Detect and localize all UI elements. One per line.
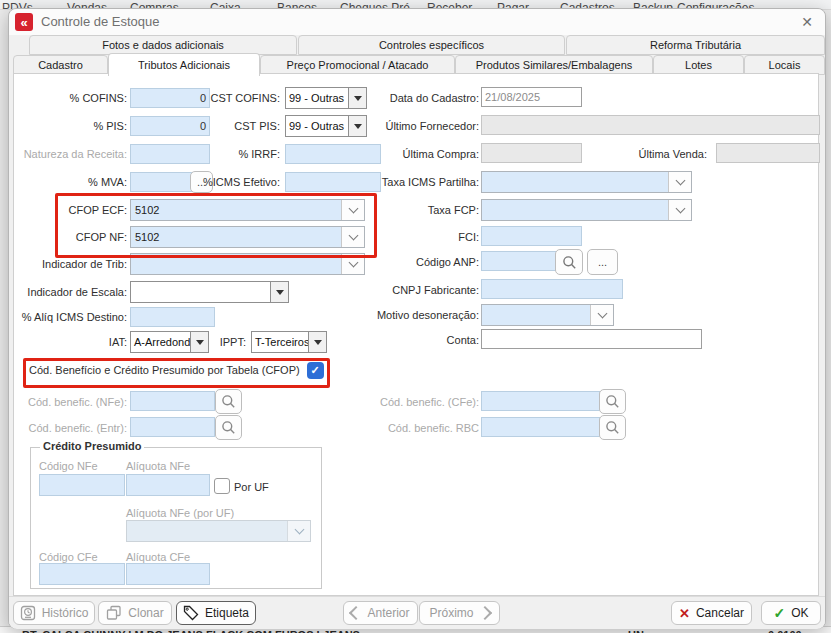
taxa-fcp-label: Taxa FCP:: [336, 200, 479, 220]
cfop-nf-select[interactable]: 5102: [130, 226, 365, 248]
cst-cofins-label: CST COFINS:: [202, 88, 280, 108]
chevron-down-icon[interactable]: [590, 305, 613, 325]
conta-input[interactable]: [481, 329, 702, 349]
tab-lotes[interactable]: Lotes: [653, 55, 744, 75]
tab-reforma-tributaria[interactable]: Reforma Tributária: [566, 35, 825, 55]
search-icon: [221, 420, 236, 435]
codigo-anp-input[interactable]: [481, 251, 558, 271]
cod-benefic-entr-input[interactable]: [130, 417, 215, 437]
ok-check-icon: ✓: [773, 605, 785, 621]
close-icon[interactable]: ✕: [801, 9, 813, 35]
ultima-venda-input: [716, 143, 820, 163]
ultimo-fornecedor-label: Último Fornecedor:: [336, 116, 479, 136]
indicador-trib-select[interactable]: [130, 253, 365, 275]
tributos-adicionais-panel: % COFINS: 0 CST COFINS: 99 - Outras Data…: [13, 73, 819, 596]
cod-benefic-cfe-search-button[interactable]: [599, 389, 626, 414]
mva-input[interactable]: [130, 172, 193, 192]
data-cadastro-input[interactable]: 21/08/2025: [481, 87, 582, 107]
anterior-button[interactable]: Anterior: [343, 601, 418, 625]
cst-pis-label: CST PIS:: [202, 116, 280, 136]
fci-label: FCI:: [336, 227, 479, 247]
por-uf-checkbox[interactable]: [214, 478, 230, 494]
historico-button[interactable]: Histórico: [13, 601, 95, 625]
clonar-button[interactable]: Clonar: [98, 601, 172, 625]
anterior-label: Anterior: [367, 606, 409, 620]
cod-benefic-nfe-input[interactable]: [130, 391, 215, 411]
tab-label: Fotos e dados adicionais: [102, 39, 224, 51]
check-icon: ✓: [311, 364, 320, 377]
tab-label: Produtos Similares/Embalagens: [476, 59, 633, 71]
dropdown-arrow-icon[interactable]: [270, 282, 288, 302]
aliq-icms-destino-input[interactable]: [130, 307, 215, 327]
cod-benefic-rbc-search-button[interactable]: [599, 415, 626, 440]
ok-label: OK: [791, 606, 808, 620]
indicador-escala-select[interactable]: [130, 281, 289, 303]
aliquota-nfe-input[interactable]: [126, 474, 210, 496]
aliquota-nfe-label: Alíquota NFe: [126, 456, 226, 476]
iat-select[interactable]: A-Arredonda: [130, 331, 209, 353]
dialog-title: Controle de Estoque: [41, 9, 160, 35]
cod-benefic-nfe-label: Cód. benefic. (NFe):: [14, 392, 127, 412]
pis-input[interactable]: 0: [130, 116, 210, 136]
tab-produtos-similares[interactable]: Produtos Similares/Embalagens: [455, 55, 653, 75]
tab-label: Controles específicos: [379, 39, 484, 51]
titlebar[interactable]: « Controle de Estoque ✕: [9, 9, 825, 35]
tab-preco-promocional[interactable]: Preço Promocional / Atacado: [260, 55, 455, 75]
dropdown-arrow-icon[interactable]: [308, 332, 326, 352]
clone-icon: [106, 605, 122, 621]
motivo-desoneracao-label: Motivo desoneração:: [336, 305, 479, 325]
tab-locais[interactable]: Locais: [744, 55, 825, 75]
ok-button[interactable]: ✓ OK: [761, 601, 821, 625]
codigo-nfe-input[interactable]: [39, 474, 125, 496]
search-icon: [562, 255, 577, 270]
cfop-ecf-select[interactable]: 5102: [130, 199, 365, 221]
tab-cadastro[interactable]: Cadastro: [13, 55, 108, 75]
cancelar-button[interactable]: ✕ Cancelar: [671, 601, 752, 625]
tab-label: Preço Promocional / Atacado: [287, 59, 429, 71]
tab-fotos-dados-adicionais[interactable]: Fotos e dados adicionais: [29, 35, 297, 55]
cod-benefic-rbc-input[interactable]: [481, 417, 600, 437]
cod-benefic-entr-search-button[interactable]: [215, 415, 242, 440]
cod-benefic-entr-label: Cód. benefic. (Entr):: [14, 418, 127, 438]
taxa-icms-partilha-select[interactable]: [481, 171, 692, 193]
etiqueta-button[interactable]: Etiqueta: [176, 601, 256, 625]
ippt-select[interactable]: T-Terceiros: [251, 331, 327, 353]
codigo-anp-search-button[interactable]: [555, 249, 583, 275]
tab-label: Tributos Adicionais: [138, 59, 230, 71]
cancel-x-icon: ✕: [679, 606, 690, 621]
natureza-receita-input[interactable]: [130, 144, 210, 164]
cofins-label: % COFINS:: [14, 88, 127, 108]
chevron-down-icon[interactable]: [668, 172, 691, 192]
clonar-label: Clonar: [128, 606, 163, 620]
history-icon: [20, 605, 36, 621]
codigo-anp-more-button[interactable]: ...: [587, 249, 618, 275]
proximo-button[interactable]: Próximo: [419, 601, 500, 625]
motivo-desoneracao-select[interactable]: [481, 304, 614, 326]
fci-input[interactable]: [481, 226, 582, 246]
cod-benefic-cfe-input[interactable]: [481, 391, 600, 411]
taxa-fcp-select[interactable]: [481, 199, 692, 221]
icms-efetivo-label: %ICMS Efetivo:: [192, 172, 280, 192]
dialog-footer: Histórico Clonar Etiqueta Anterior Próxi…: [9, 596, 825, 629]
por-uf-label: Por UF: [234, 477, 284, 497]
codigo-nfe-label: Código NFe: [39, 456, 119, 476]
cod-benefic-nfe-search-button[interactable]: [215, 389, 242, 414]
mva-label: % MVA:: [14, 172, 127, 192]
cod-benefic-cfe-label: Cód. benefic. (CFe):: [336, 392, 479, 412]
tab-controles-especificos[interactable]: Controles específicos: [298, 35, 565, 55]
tab-label: Locais: [769, 59, 801, 71]
data-cadastro-label: Data do Cadastro:: [336, 88, 479, 108]
tab-tributos-adicionais[interactable]: Tributos Adicionais: [108, 53, 260, 76]
chevron-down-icon[interactable]: [668, 200, 691, 220]
cnpj-fabricante-input[interactable]: [481, 279, 623, 299]
chevron-down-icon: [287, 521, 310, 541]
aliquota-cfe-input[interactable]: [126, 563, 210, 585]
natureza-receita-label: Natureza da Receita:: [14, 144, 127, 164]
cnpj-fabricante-label: CNPJ Fabricante:: [336, 280, 479, 300]
credito-presumido-title: Crédito Presumido: [40, 440, 144, 452]
beneficio-tabela-row: Cód. Benefício e Crédito Presumido por T…: [29, 360, 324, 380]
cofins-input[interactable]: 0: [130, 88, 210, 108]
pis-label: % PIS:: [14, 116, 127, 136]
codigo-cfe-input[interactable]: [39, 563, 125, 585]
beneficio-tabela-checkbox[interactable]: ✓: [307, 362, 324, 379]
